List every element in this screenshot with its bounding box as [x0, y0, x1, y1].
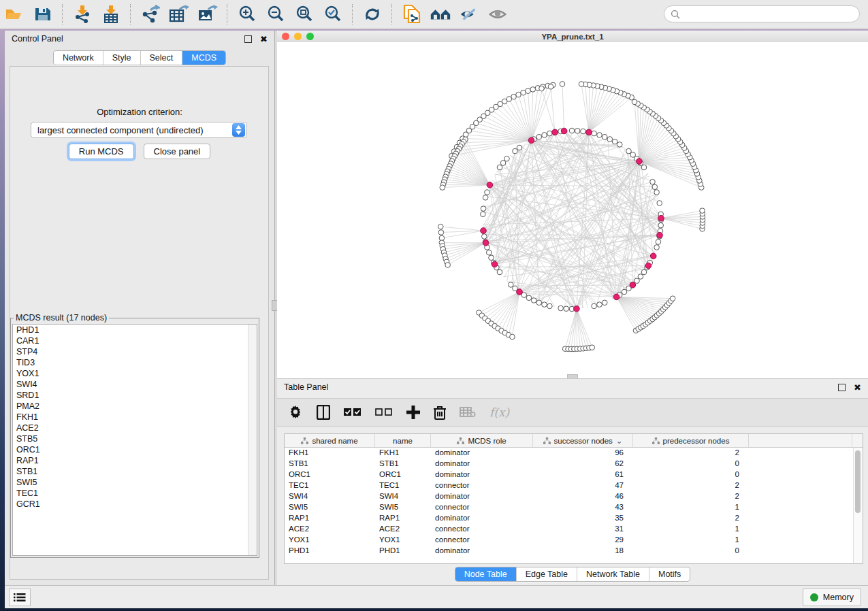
leaf-node[interactable]	[526, 88, 531, 94]
zoom-fit-content-icon[interactable]	[294, 4, 315, 24]
zoom-out-icon[interactable]	[266, 4, 286, 24]
table-row[interactable]: ORC1ORC1dominator610	[285, 469, 863, 480]
gear-icon[interactable]	[289, 404, 303, 420]
first-neighbors-icon[interactable]	[430, 4, 451, 24]
table-cell[interactable]: TEC1	[285, 480, 375, 491]
column-header-successor-nodes[interactable]: successor nodes⌄	[533, 434, 633, 447]
close-window-icon[interactable]	[282, 33, 289, 40]
table-cell[interactable]: 0	[633, 459, 749, 469]
ring-node[interactable]	[597, 133, 602, 138]
ring-node[interactable]	[526, 295, 532, 301]
export-table-icon[interactable]	[169, 4, 189, 24]
result-node-item[interactable]: RAP1	[13, 455, 257, 466]
columns-icon[interactable]	[317, 404, 330, 420]
mcds-hub-node[interactable]	[552, 129, 558, 135]
table-row[interactable]: FKH1FKH1dominator962	[285, 448, 863, 459]
leaf-node[interactable]	[440, 185, 445, 191]
table-cell[interactable]: FKH1	[285, 448, 375, 459]
ring-node[interactable]	[602, 134, 607, 139]
deselect-all-icon[interactable]	[375, 404, 393, 420]
table-cell[interactable]: 35	[533, 513, 633, 524]
hide-selected-icon[interactable]	[459, 4, 479, 24]
ring-node[interactable]	[547, 303, 553, 309]
table-cell[interactable]: connector	[431, 502, 533, 513]
result-node-item[interactable]: SWI4	[13, 379, 257, 390]
mcds-hub-node[interactable]	[574, 306, 580, 312]
result-node-item[interactable]: SWI5	[13, 477, 257, 488]
ring-node[interactable]	[641, 269, 647, 275]
mcds-hub-node[interactable]	[481, 228, 487, 234]
tab-node-table[interactable]: Node Table	[455, 567, 517, 581]
leaf-node[interactable]	[521, 90, 526, 95]
table-row[interactable]: SWI4SWI4dominator462	[285, 491, 863, 502]
table-row[interactable]: YOX1YOX1connector291	[285, 535, 863, 546]
result-node-item[interactable]: STB5	[13, 433, 257, 444]
mcds-hub-node[interactable]	[650, 253, 656, 259]
tab-select[interactable]: Select	[141, 51, 183, 65]
leaf-node[interactable]	[632, 99, 637, 105]
leaf-node[interactable]	[438, 224, 444, 229]
export-network-icon[interactable]	[140, 4, 161, 24]
mcds-hub-node[interactable]	[492, 261, 498, 267]
ring-node[interactable]	[617, 142, 622, 148]
leaf-node[interactable]	[700, 208, 705, 214]
ring-node[interactable]	[626, 148, 632, 154]
table-cell[interactable]: 1	[633, 535, 749, 546]
mcds-hub-node[interactable]	[517, 289, 523, 295]
mcds-hub-node[interactable]	[586, 129, 592, 135]
network-graph[interactable]	[277, 42, 868, 378]
ring-node[interactable]	[481, 212, 486, 217]
ring-node[interactable]	[485, 190, 490, 195]
table-cell[interactable]: 62	[533, 459, 633, 469]
close-table-panel-icon[interactable]: ✖	[854, 383, 861, 392]
delete-column-icon[interactable]	[434, 404, 446, 420]
table-cell[interactable]: RAP1	[375, 513, 431, 524]
result-node-item[interactable]: STB1	[13, 466, 257, 477]
leaf-node[interactable]	[548, 84, 553, 90]
result-node-item[interactable]: CAR1	[13, 335, 257, 346]
zoom-in-icon[interactable]	[237, 4, 257, 24]
table-row[interactable]: ACE2ACE2connector311	[285, 524, 863, 535]
ring-node[interactable]	[569, 128, 575, 133]
mcds-hub-node[interactable]	[561, 128, 567, 134]
ring-node[interactable]	[542, 302, 547, 308]
leaf-node[interactable]	[579, 82, 584, 87]
table-cell[interactable]: 0	[633, 469, 749, 480]
ring-node[interactable]	[509, 282, 514, 288]
ring-node[interactable]	[513, 148, 518, 154]
ring-node[interactable]	[602, 300, 607, 306]
tab-network-table[interactable]: Network Table	[577, 567, 649, 581]
table-cell[interactable]: SWI5	[285, 502, 375, 513]
table-cell[interactable]: STB1	[285, 459, 375, 469]
mcds-hub-node[interactable]	[528, 137, 534, 144]
minimize-window-icon[interactable]	[294, 33, 302, 40]
select-all-icon[interactable]	[344, 404, 361, 420]
close-panel-icon[interactable]: ✖	[260, 35, 268, 44]
run-mcds-button[interactable]: Run MCDS	[69, 144, 134, 159]
network-window-titlebar[interactable]: YPA_prune.txt_1	[277, 31, 868, 43]
ring-node[interactable]	[547, 131, 553, 136]
ring-node[interactable]	[612, 139, 617, 144]
column-header-name[interactable]: name	[375, 434, 431, 447]
table-row[interactable]: STB1STB1dominator620	[285, 459, 863, 469]
table-cell[interactable]: 61	[533, 469, 633, 480]
ring-node[interactable]	[597, 302, 602, 308]
ring-node[interactable]	[558, 306, 564, 311]
leaf-node[interactable]	[445, 263, 451, 268]
network-canvas[interactable]	[277, 42, 868, 378]
tab-style[interactable]: Style	[103, 51, 141, 65]
search-field[interactable]	[664, 5, 860, 22]
add-column-icon[interactable]	[406, 404, 420, 420]
mcds-hub-node[interactable]	[630, 282, 636, 288]
table-cell[interactable]: 46	[533, 491, 633, 502]
table-cell[interactable]: ACE2	[375, 524, 431, 535]
leaf-node[interactable]	[670, 296, 675, 301]
result-list-scrollbar[interactable]	[248, 325, 257, 555]
table-cell[interactable]: connector	[431, 480, 533, 491]
table-cell[interactable]: RAP1	[285, 513, 375, 524]
apply-preferred-layout-icon[interactable]	[362, 4, 383, 24]
table-scrollbar-thumb[interactable]	[855, 450, 861, 513]
mcds-result-list[interactable]: PHD1CAR1STP4TID3YOX1SWI4SRD1PMA2FKH1ACE2…	[12, 324, 257, 556]
float-table-panel-icon[interactable]	[838, 384, 846, 391]
tab-mcds[interactable]: MCDS	[182, 51, 225, 65]
